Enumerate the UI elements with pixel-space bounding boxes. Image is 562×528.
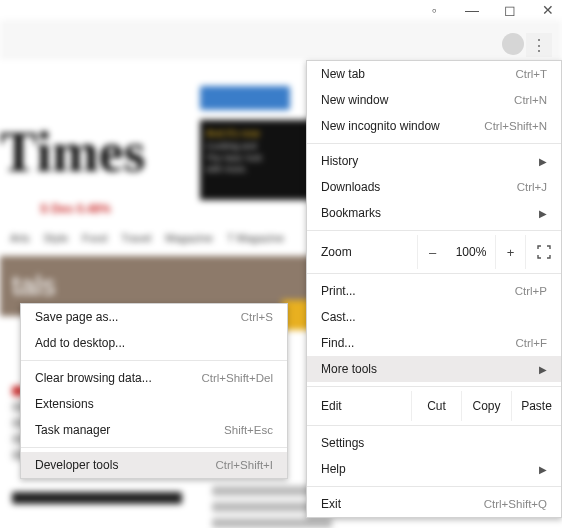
menu-cast[interactable]: Cast...	[307, 304, 561, 330]
separator	[307, 143, 561, 144]
window-controls: ◦ — ◻ ✕	[426, 2, 556, 18]
menu-settings[interactable]: Settings	[307, 430, 561, 456]
menu-zoom: Zoom – 100% +	[307, 235, 561, 269]
edit-cut-button[interactable]: Cut	[411, 391, 461, 421]
zoom-in-button[interactable]: +	[495, 235, 525, 269]
separator	[307, 425, 561, 426]
menu-downloads[interactable]: Downloads Ctrl+J	[307, 174, 561, 200]
separator	[307, 273, 561, 274]
separator	[21, 360, 287, 361]
submenu-task-manager[interactable]: Task manager Shift+Esc	[21, 417, 287, 443]
separator	[307, 386, 561, 387]
extension-icon[interactable]	[502, 33, 524, 55]
chevron-right-icon: ▶	[539, 464, 547, 475]
submenu-add-to-desktop[interactable]: Add to desktop...	[21, 330, 287, 356]
chrome-menu-button[interactable]: ⋮	[526, 33, 552, 57]
submenu-extensions[interactable]: Extensions	[21, 391, 287, 417]
maximize-button[interactable]: ◻	[502, 2, 518, 18]
window-icon: ◦	[426, 2, 442, 18]
chevron-right-icon: ▶	[539, 156, 547, 167]
more-tools-submenu: Save page as... Ctrl+S Add to desktop...…	[20, 303, 288, 479]
submenu-developer-tools[interactable]: Developer tools Ctrl+Shift+I	[21, 452, 287, 478]
edit-copy-button[interactable]: Copy	[461, 391, 511, 421]
submenu-save-page[interactable]: Save page as... Ctrl+S	[21, 304, 287, 330]
menu-new-incognito[interactable]: New incognito window Ctrl+Shift+N	[307, 113, 561, 139]
menu-more-tools[interactable]: More tools ▶	[307, 356, 561, 382]
close-button[interactable]: ✕	[540, 2, 556, 18]
menu-edit: Edit Cut Copy Paste	[307, 391, 561, 421]
separator	[21, 447, 287, 448]
separator	[307, 486, 561, 487]
menu-history[interactable]: History ▶	[307, 148, 561, 174]
separator	[307, 230, 561, 231]
menu-exit[interactable]: Exit Ctrl+Shift+Q	[307, 491, 561, 517]
chrome-menu: New tab Ctrl+T New window Ctrl+N New inc…	[306, 60, 562, 518]
menu-bookmarks[interactable]: Bookmarks ▶	[307, 200, 561, 226]
chevron-right-icon: ▶	[539, 208, 547, 219]
menu-help[interactable]: Help ▶	[307, 456, 561, 482]
menu-new-window[interactable]: New window Ctrl+N	[307, 87, 561, 113]
minimize-button[interactable]: —	[464, 2, 480, 18]
chevron-right-icon: ▶	[539, 364, 547, 375]
menu-print[interactable]: Print... Ctrl+P	[307, 278, 561, 304]
zoom-out-button[interactable]: –	[417, 235, 447, 269]
fullscreen-button[interactable]	[525, 235, 561, 269]
submenu-clear-browsing-data[interactable]: Clear browsing data... Ctrl+Shift+Del	[21, 365, 287, 391]
menu-find[interactable]: Find... Ctrl+F	[307, 330, 561, 356]
menu-new-tab[interactable]: New tab Ctrl+T	[307, 61, 561, 87]
edit-paste-button[interactable]: Paste	[511, 391, 561, 421]
zoom-value: 100%	[447, 245, 495, 259]
